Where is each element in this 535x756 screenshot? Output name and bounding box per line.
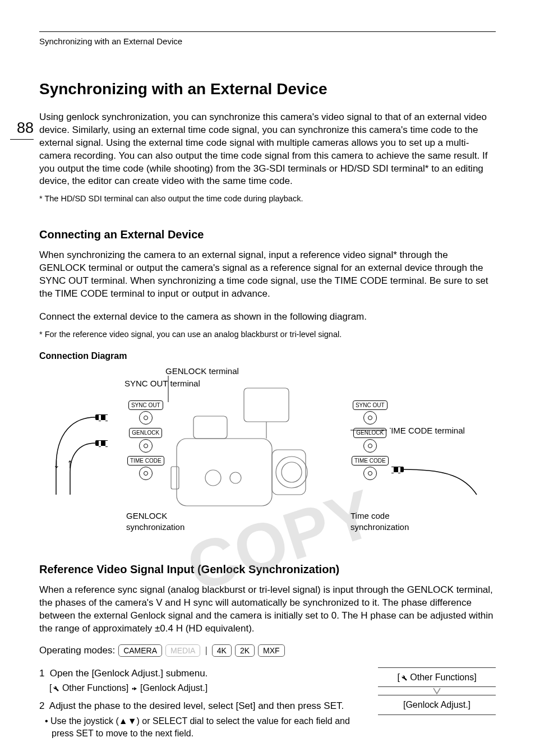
intro-paragraph: Using genlock synchronization, you can s… xyxy=(39,111,496,188)
svg-point-2 xyxy=(276,457,307,488)
section-connecting-heading: Connecting an External Device xyxy=(39,227,496,242)
port-label-syncout: SYNC OUT xyxy=(128,400,163,411)
section-genlock-heading: Reference Video Signal Input (Genlock Sy… xyxy=(39,562,496,577)
diagram-title: Connection Diagram xyxy=(39,350,496,362)
svg-point-11 xyxy=(132,688,133,690)
step-number: 2 xyxy=(39,700,47,713)
mode-separator: | xyxy=(205,644,207,657)
connecting-footnote: * For the reference video signal, you ca… xyxy=(39,329,496,340)
camera-outline-icon xyxy=(160,377,328,523)
port-label-timecode: TIME CODE xyxy=(127,456,164,466)
top-rule xyxy=(39,31,496,32)
step-2-bullet: • Use the joystick (▲▼) or SELECT dial t… xyxy=(52,715,361,739)
mode-4k-badge: 4K xyxy=(212,644,232,657)
bnc-port-icon xyxy=(363,467,377,480)
intro-footnote: * The HD/SD SDI terminal can also output… xyxy=(39,193,496,205)
svg-rect-0 xyxy=(177,439,272,506)
cable-lines-left xyxy=(39,399,129,495)
step-2-bullet-text: Use the joystick (▲▼) or SELECT dial to … xyxy=(50,716,350,738)
mode-camera-badge: CAMERA xyxy=(118,644,162,657)
mode-2k-badge: 2K xyxy=(235,644,255,657)
connecting-p2: Connect the external device to the camer… xyxy=(39,311,496,324)
arrow-up-icon: ↑ xyxy=(67,457,73,470)
svg-point-3 xyxy=(282,462,302,482)
step-2-text: Adjust the phase to the desired level, s… xyxy=(49,700,344,711)
leader-line xyxy=(165,371,171,402)
bnc-port-icon xyxy=(139,411,153,425)
leader-line xyxy=(350,427,390,433)
menu-box-other-functions: [ Other Functions] xyxy=(378,667,496,688)
page-number-block: 88 xyxy=(6,118,34,140)
page-title: Synchronizing with an External Device xyxy=(39,79,496,100)
wrench-icon xyxy=(52,684,59,692)
mode-mxf-badge: MXF xyxy=(258,644,285,657)
step-1-text: Open the [Genlock Adjust.] submenu. xyxy=(50,668,208,679)
wrench-icon xyxy=(400,674,408,681)
mode-media-badge: MEDIA xyxy=(165,644,200,657)
procedure-steps: 1 Open the [Genlock Adjust.] submenu. [ … xyxy=(39,667,361,745)
operating-modes-label: Operating modes: xyxy=(39,644,115,657)
menu-box-label: Other Functions] xyxy=(408,672,477,682)
genlock-paragraph: When a reference sync signal (analog bla… xyxy=(39,584,496,635)
menu-path-sidebar: [ Other Functions] [Genlock Adjust.] xyxy=(378,667,496,715)
svg-point-7 xyxy=(205,470,221,486)
menu-box-genlock-adjust: [Genlock Adjust.] xyxy=(378,695,496,715)
svg-rect-5 xyxy=(193,416,227,439)
connection-diagram: COPY GENLOCK terminal SYNC OUT terminal … xyxy=(39,366,496,540)
label-genlock-terminal: GENLOCK terminal xyxy=(165,366,239,377)
svg-rect-4 xyxy=(244,388,289,422)
menu-path-segment: [Genlock Adjust.] xyxy=(138,683,208,693)
arrow-down-icon: ↓ xyxy=(53,457,60,470)
menu-path-segment: Other Functions] xyxy=(59,683,131,693)
label-timecode-sync: Time code synchronization xyxy=(350,510,409,533)
page-number-rule xyxy=(10,139,34,140)
running-head: Synchronizing with an External Device xyxy=(39,36,182,47)
step-1-menu-path: [ Other Functions] [Genlock Adjust.] xyxy=(49,682,361,694)
menu-box-label: [Genlock Adjust.] xyxy=(403,700,471,709)
bnc-port-icon xyxy=(139,439,153,453)
bnc-port-icon xyxy=(139,467,153,480)
menu-connector-icon xyxy=(378,687,496,695)
connecting-p1: When synchronizing the camera to an exte… xyxy=(39,249,496,301)
svg-rect-6 xyxy=(171,467,179,489)
svg-point-8 xyxy=(230,472,241,483)
port-label-genlock: GENLOCK xyxy=(129,428,162,438)
cable-lines-right xyxy=(381,399,494,500)
step-number: 1 xyxy=(39,667,47,680)
page-number: 88 xyxy=(17,119,34,136)
menu-arrow-icon xyxy=(131,685,138,692)
operating-modes-row: Operating modes: CAMERA MEDIA | 4K 2K MX… xyxy=(39,644,496,657)
bnc-port-icon xyxy=(363,439,377,453)
label-genlock-sync: GENLOCK synchronization xyxy=(126,510,185,533)
bnc-port-icon xyxy=(363,411,377,425)
